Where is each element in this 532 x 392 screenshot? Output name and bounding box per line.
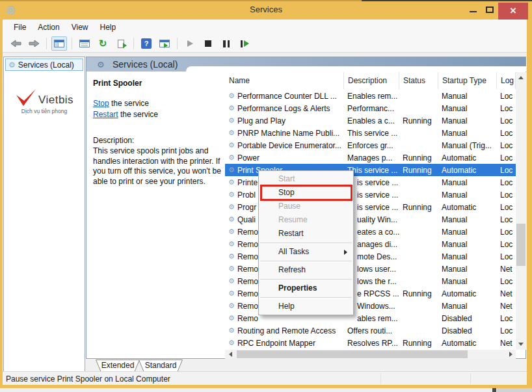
cell-name: ⚙Performance Logs & Alerts xyxy=(225,104,344,113)
tab-label: Extended xyxy=(95,361,140,370)
desktop-strip-bottom-mark xyxy=(492,388,496,392)
table-row-rpc-endpoint-mapper[interactable]: ⚙RPC Endpoint MapperResolves RP...Runnin… xyxy=(225,337,516,349)
status-bar-divider xyxy=(470,373,471,384)
column-header-status[interactable]: Status xyxy=(399,72,438,89)
context-menu-item-refresh[interactable]: Refresh xyxy=(259,263,353,277)
close-button[interactable]: ✕ xyxy=(498,3,528,20)
toolbar-separator xyxy=(46,38,47,49)
desktop-strip-bottom-right xyxy=(497,388,532,392)
scroll-down-button[interactable] xyxy=(516,339,526,350)
column-header-startup-type[interactable]: Startup Type xyxy=(438,72,497,89)
toolbar-forward-button[interactable] xyxy=(26,36,42,51)
titlebar[interactable]: ⚙ Services ✕ xyxy=(0,1,532,20)
column-header-log[interactable]: Log xyxy=(497,72,516,89)
cell-status: Running xyxy=(399,339,438,348)
cell-name: ⚙Portable Device Enumerator... xyxy=(225,141,344,150)
menu-item-action[interactable]: Action xyxy=(32,20,65,35)
service-gear-icon: ⚙ xyxy=(228,129,235,137)
cell-startup-type: Manual xyxy=(438,252,497,261)
status-bar-divider xyxy=(380,373,381,384)
context-menu-item-restart[interactable]: Restart xyxy=(259,227,353,241)
toolbar-action-pane-button[interactable] xyxy=(157,36,172,51)
cell-startup-type: Manual xyxy=(438,215,497,224)
toolbar-help-button[interactable]: ? xyxy=(139,36,154,51)
horizontal-scrollbar[interactable] xyxy=(225,350,516,359)
vertical-scrollbar[interactable] xyxy=(516,72,526,350)
toolbar-stop-service-button[interactable] xyxy=(200,36,216,51)
cell-startup-type: Manual xyxy=(438,190,497,200)
context-menu-item-help[interactable]: Help xyxy=(259,300,353,313)
restart-service-link[interactable]: Restart xyxy=(93,110,118,119)
maximize-button[interactable] xyxy=(481,1,498,20)
cell-startup-type: Manual xyxy=(438,178,497,187)
table-row-plug-and-play[interactable]: ⚙Plug and PlayEnables a c...RunningManua… xyxy=(225,114,516,127)
service-gear-icon: ⚙ xyxy=(228,92,235,100)
cell-log-on-as: Loc xyxy=(497,326,516,335)
cell-startup-type: Disabled xyxy=(438,314,497,323)
cell-log-on-as: Loc xyxy=(497,153,516,163)
context-menu-item-all-tasks[interactable]: All Tasks xyxy=(259,245,353,259)
tab-standard[interactable]: Standard xyxy=(138,359,183,372)
cell-startup-type: Manual xyxy=(438,265,497,274)
service-gear-icon: ⚙ xyxy=(228,116,235,125)
cell-name: ⚙Performance Counter DLL ... xyxy=(225,92,344,101)
table-row-portable-device-enumerator[interactable]: ⚙Portable Device Enumerator...Enforces g… xyxy=(225,139,516,151)
horizontal-scrollbar-thumb[interactable] xyxy=(237,350,468,358)
cell-startup-type: Disabled xyxy=(438,326,497,335)
tab-extended[interactable]: Extended xyxy=(95,359,140,372)
restart-service-icon xyxy=(241,40,249,47)
cell-startup-type: Automatic xyxy=(438,166,497,175)
menu-item-file[interactable]: File xyxy=(8,20,32,35)
table-row-performance-logs-alerts[interactable]: ⚙Performance Logs & AlertsPerformanc...M… xyxy=(225,102,516,114)
vertical-scrollbar-thumb[interactable] xyxy=(516,224,525,266)
stop-service-link[interactable]: Stop xyxy=(93,99,109,108)
context-menu-item-resume: Resume xyxy=(259,213,353,227)
column-header-description[interactable]: Description xyxy=(344,72,399,89)
stop-service-icon xyxy=(205,40,211,47)
service-gear-icon: ⚙ xyxy=(228,203,235,211)
toolbar-back-button[interactable] xyxy=(8,36,23,51)
window-title: Services xyxy=(0,5,532,14)
toolbar-pause-service-button[interactable] xyxy=(219,36,234,51)
cell-startup-type: Manual xyxy=(438,240,497,249)
cell-log-on-as: Loc xyxy=(497,215,516,224)
down-arrow-icon xyxy=(518,343,524,346)
service-gear-icon: ⚙ xyxy=(228,153,235,162)
cell-log-on-as: Loc xyxy=(497,277,516,286)
tab-label: Standard xyxy=(138,361,183,370)
tree-item-services-local[interactable]: ⚙ Services (Local) xyxy=(5,59,83,71)
context-menu-item-properties[interactable]: Properties xyxy=(259,281,353,295)
cell-description: Enforces gr... xyxy=(344,141,399,150)
cell-log-on-as: Net xyxy=(497,339,516,348)
toolbar-restart-service-button[interactable] xyxy=(237,36,252,51)
left-arrow-icon xyxy=(229,352,232,357)
toolbar-export-list-button[interactable] xyxy=(113,36,129,51)
context-menu-item-pause: Pause xyxy=(259,200,353,213)
column-header-name[interactable]: Name xyxy=(225,72,344,89)
scroll-up-button[interactable] xyxy=(516,72,526,83)
menu-item-view[interactable]: View xyxy=(66,20,94,35)
logo-tagline: Dịch vụ tiên phong xyxy=(4,108,85,114)
table-row-pnrp-machine-name-publi[interactable]: ⚙PNRP Machine Name Publi...This service … xyxy=(225,127,516,139)
annotation-stop-highlight xyxy=(260,185,352,201)
menu-item-help[interactable]: Help xyxy=(94,20,122,35)
service-gear-icon: ⚙ xyxy=(228,252,235,261)
context-menu-item-start: Start xyxy=(259,172,353,186)
scroll-right-button[interactable] xyxy=(505,350,516,359)
toolbar-properties-button[interactable] xyxy=(77,36,92,51)
table-row-performance-counter-dll[interactable]: ⚙Performance Counter DLL ...Enables rem.… xyxy=(225,90,516,102)
toolbar-show-console-tree-button[interactable] xyxy=(51,36,67,51)
table-row-power[interactable]: ⚙PowerManages p...RunningAutomaticLoc xyxy=(225,151,516,164)
cell-description: This service ... xyxy=(344,129,399,138)
tree-item-label: Services (Local) xyxy=(18,60,74,70)
toolbar-start-service-button[interactable] xyxy=(182,36,198,51)
toolbar-refresh-button[interactable]: ↻ xyxy=(95,36,111,51)
status-bar-text: Pause service Print Spooler on Local Com… xyxy=(6,374,170,384)
service-gear-icon: ⚙ xyxy=(228,141,235,150)
minimize-button[interactable] xyxy=(464,1,481,20)
scroll-left-button[interactable] xyxy=(225,350,235,359)
menu-separator xyxy=(260,279,352,280)
cell-description: Resolves RP... xyxy=(344,339,399,348)
cell-startup-type: Manual xyxy=(438,116,497,125)
table-row-routing-and-remote-access[interactable]: ⚙Routing and Remote AccessOffers routi..… xyxy=(225,324,516,337)
